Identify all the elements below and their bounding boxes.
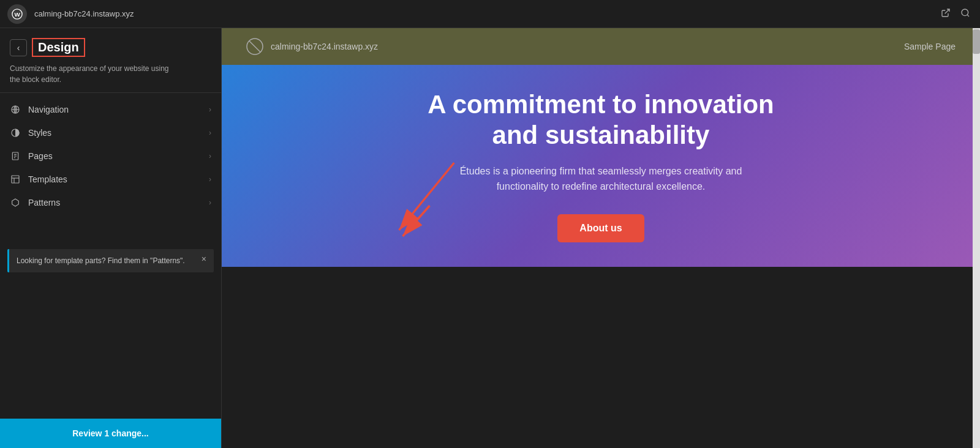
navigation-chevron: › bbox=[209, 105, 211, 114]
back-button[interactable]: ‹ bbox=[10, 39, 27, 56]
preview-area: calming-bb7c24.instawp.xyz Sample Page A… bbox=[222, 28, 980, 448]
svg-point-3 bbox=[962, 9, 968, 16]
sidebar-item-templates[interactable]: Templates › bbox=[0, 168, 221, 191]
svg-line-4 bbox=[967, 15, 969, 17]
hero-section: A commitment to innovationand sustainabi… bbox=[222, 65, 980, 267]
templates-label: Templates bbox=[28, 174, 202, 184]
sidebar-item-pages[interactable]: Pages › bbox=[0, 144, 221, 168]
info-banner-close-button[interactable]: × bbox=[202, 254, 206, 264]
patterns-label: Patterns bbox=[28, 198, 202, 207]
templates-icon bbox=[10, 174, 21, 185]
svg-text:W: W bbox=[15, 10, 21, 17]
sidebar-nav: Navigation › Styles › bbox=[0, 93, 221, 244]
hero-title: A commitment to innovationand sustainabi… bbox=[428, 89, 774, 151]
svg-line-18 bbox=[249, 41, 260, 52]
site-header-domain: calming-bb7c24.instawp.xyz bbox=[271, 42, 378, 51]
patterns-icon bbox=[10, 197, 21, 208]
styles-icon bbox=[10, 127, 21, 138]
sidebar-item-styles[interactable]: Styles › bbox=[0, 121, 221, 144]
site-header-nav: Sample Page bbox=[904, 42, 956, 51]
navigation-icon bbox=[10, 104, 21, 115]
pages-chevron: › bbox=[209, 152, 211, 160]
site-logo bbox=[246, 38, 263, 55]
sidebar-item-patterns[interactable]: Patterns › bbox=[0, 191, 221, 214]
review-changes-button[interactable]: Review 1 change... bbox=[0, 419, 221, 448]
styles-chevron: › bbox=[209, 129, 211, 137]
hero-subtitle: Études is a pioneering firm that seamles… bbox=[460, 163, 742, 195]
sample-page-link[interactable]: Sample Page bbox=[904, 42, 956, 51]
site-url-label: calming-bb7c24.instawp.xyz bbox=[34, 9, 931, 18]
main-layout: ‹ Design Customize the appearance of you… bbox=[0, 28, 980, 448]
top-bar-actions bbox=[938, 6, 973, 23]
pages-label: Pages bbox=[28, 151, 202, 161]
navigation-label: Navigation bbox=[28, 105, 202, 114]
pages-icon bbox=[10, 151, 21, 162]
sidebar-header: ‹ Design Customize the appearance of you… bbox=[0, 28, 221, 93]
svg-rect-13 bbox=[12, 176, 19, 183]
design-subtitle: Customize the appearance of your website… bbox=[10, 63, 211, 85]
patterns-chevron: › bbox=[209, 198, 211, 207]
about-us-button[interactable]: About us bbox=[557, 214, 644, 242]
scrollbar[interactable] bbox=[973, 28, 980, 448]
design-title-row: ‹ Design bbox=[10, 38, 211, 57]
scrollbar-thumb[interactable] bbox=[973, 29, 980, 54]
external-link-icon[interactable] bbox=[938, 6, 953, 23]
svg-marker-16 bbox=[12, 199, 19, 206]
info-banner-text: Looking for template parts? Find them in… bbox=[17, 255, 197, 266]
site-header: calming-bb7c24.instawp.xyz Sample Page bbox=[222, 28, 980, 65]
templates-chevron: › bbox=[209, 175, 211, 184]
top-bar: W calming-bb7c24.instawp.xyz bbox=[0, 0, 980, 28]
styles-label: Styles bbox=[28, 128, 202, 138]
sidebar-item-navigation[interactable]: Navigation › bbox=[0, 98, 221, 121]
search-icon[interactable] bbox=[958, 6, 973, 23]
svg-line-2 bbox=[945, 9, 949, 13]
wp-logo: W bbox=[7, 4, 27, 24]
sidebar: ‹ Design Customize the appearance of you… bbox=[0, 28, 222, 448]
info-banner: Looking for template parts? Find them in… bbox=[7, 249, 214, 272]
design-title: Design bbox=[32, 38, 85, 57]
